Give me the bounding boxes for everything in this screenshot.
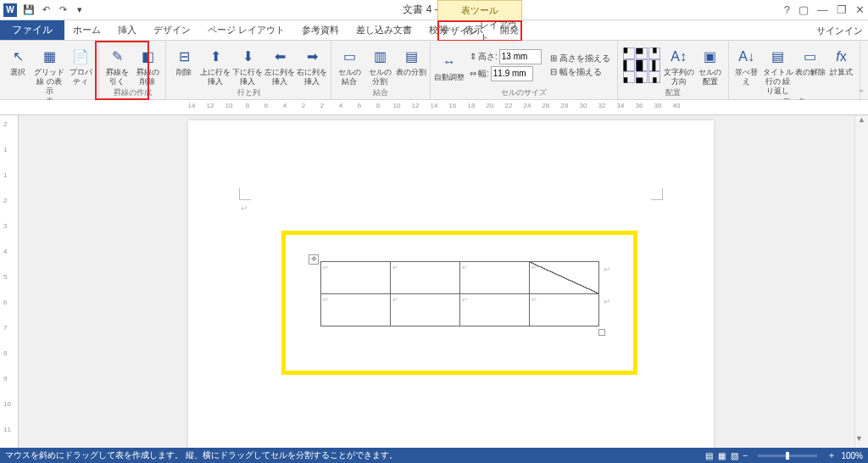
table-row: ↵↵↵↵ [321,262,599,294]
properties-icon: 📄 [70,46,91,66]
sort-button[interactable]: A↓並べ替え [732,42,761,96]
vertical-ruler[interactable]: 211234567891011 [0,115,19,448]
view-web-icon[interactable]: ▨ [731,451,738,460]
align-br-button[interactable]: ▗ [648,71,660,83]
row-height-input[interactable] [499,49,542,64]
pencil-icon: ✎ [107,46,127,66]
horizontal-ruler[interactable]: 1412108642246810121416182022242628303234… [0,100,868,115]
align-mr-button[interactable]: ▐ [648,59,660,71]
draw-border-button[interactable]: ✎罫線を 引く [103,42,131,87]
sign-in-link[interactable]: サインイン [816,20,863,41]
cursor-icon: ↖ [8,46,28,66]
tab-table-layout[interactable]: レイアウト [480,22,520,40]
text-direction-button[interactable]: A↕文字列の 方向 [664,42,694,87]
minimize-icon[interactable]: — [817,3,828,16]
align-bc-button[interactable]: ▄ [636,71,648,83]
zoom-out-button[interactable]: − [743,451,748,460]
document-table[interactable]: ↵↵↵↵ ↵↵↵↵ [320,261,599,326]
insert-right-button[interactable]: ➡右に列を 挿入 [297,42,327,87]
help-icon[interactable]: ? [784,3,790,16]
height-label: ⇕ [470,52,476,61]
align-tl-button[interactable]: ▘ [623,47,635,59]
insert-left-icon: ⬅ [270,46,290,66]
repeat-header-button[interactable]: ▤タイトル行の 繰り返し [763,42,793,96]
split-icon: ▥ [370,46,390,66]
tab-table-design[interactable]: デザイン [439,22,480,40]
undo-icon[interactable]: ↶ [37,2,54,19]
width-text: 幅: [478,68,489,80]
status-message: マウスを斜めにドラッグして表を作成します。 縦、横にドラッグしてセルを分割するこ… [5,449,398,461]
height-text: 高さ: [478,51,498,63]
text-direction-icon: A↕ [669,46,689,66]
close-icon[interactable]: ✕ [855,3,865,16]
align-mc-button[interactable]: █ [636,59,648,71]
tab-page-layout[interactable]: ページ レイアウト [199,20,293,40]
group-cell-size: ↔自動調整 ⇕高さ: ⇔幅: ⊞ 高さを揃える ⊟ 幅を揃える セルのサイズ [431,41,618,99]
eraser-icon: ◧ [137,46,158,66]
grid-icon: ▦ [39,46,59,66]
vertical-scrollbar[interactable]: ▲ ▼ [854,115,868,448]
autofit-icon: ↔ [439,51,459,71]
convert-icon: ▭ [800,46,821,66]
select-button[interactable]: ↖選択 [3,42,32,96]
tab-design[interactable]: デザイン [145,20,199,40]
scroll-up-icon[interactable]: ▲ [855,115,868,129]
margins-icon: ▣ [700,46,721,66]
zoom-slider[interactable] [758,455,817,457]
insert-above-button[interactable]: ⬆上に行を 挿入 [200,42,231,87]
collapse-ribbon-icon[interactable]: ⌃ [858,88,865,98]
col-width-input[interactable] [491,66,533,81]
split-table-button[interactable]: ▤表の分割 [396,42,426,87]
redo-icon[interactable]: ↷ [54,2,71,19]
view-read-icon[interactable]: ▤ [705,451,713,460]
margin-corner [651,188,663,200]
group-table: ↖選択 ▦グリッド線 の表示 📄プロパティ 表 [0,41,99,99]
quick-access-toolbar: W 💾 ↶ ↷ ▾ 文書 4 - Word ? ▢ — ❐ ✕ [0,0,868,20]
tab-file[interactable]: ファイル [0,20,64,40]
zoom-in-button[interactable]: ＋ [827,449,836,461]
ribbon-tabs: 表ツール ファイル ホーム 挿入 デザイン ページ レイアウト 参考資料 差し込… [0,20,868,41]
insert-below-icon: ⬇ [237,46,258,66]
cell-margins-button[interactable]: ▣セルの 配置 [696,42,725,87]
ribbon-display-icon[interactable]: ▢ [798,3,809,16]
table-move-handle[interactable]: ✥ [309,254,319,265]
align-bl-button[interactable]: ▖ [623,71,635,83]
insert-below-button[interactable]: ⬇下に行を 挿入 [232,42,263,87]
insert-left-button[interactable]: ⬅左に列を 挿入 [264,42,295,87]
paragraph-mark: ↵ [241,204,248,213]
group-merge: ▭セルの 結合 ▥セルの 分割 ▤表の分割 結合 [331,41,431,99]
align-tc-button[interactable]: ▀ [636,47,648,59]
group-label: 配置 [621,87,725,99]
formula-button[interactable]: fx計算式 [827,42,856,96]
view-gridlines-button[interactable]: ▦グリッド線 の表示 [34,42,64,96]
document-canvas[interactable]: ↵ ✥ ↵↵↵↵ ↵↵↵↵ ↵ ↵ ▲ ▼ [19,115,868,448]
margin-corner [239,188,251,200]
tab-insert[interactable]: 挿入 [109,20,145,40]
properties-button[interactable]: 📄プロパティ [66,42,95,96]
split-cells-button[interactable]: ▥セルの 分割 [365,42,394,87]
save-icon[interactable]: 💾 [20,2,37,19]
eraser-button[interactable]: ◧罫線の 削除 [133,42,162,87]
qat-more-icon[interactable]: ▾ [71,2,88,19]
distribute-cols-button[interactable]: ⊟ 幅を揃える [550,66,610,78]
align-ml-button[interactable]: ▌ [623,59,635,71]
tab-mailings[interactable]: 差し込み文書 [348,20,420,40]
tab-home[interactable]: ホーム [64,20,109,40]
restore-icon[interactable]: ❐ [837,3,847,16]
delete-button[interactable]: ⊟削除 [170,42,198,87]
sort-icon: A↓ [737,46,757,66]
tab-references[interactable]: 参考資料 [293,20,348,40]
merge-icon: ▭ [339,46,359,66]
scroll-down-icon[interactable]: ▼ [855,434,863,448]
convert-to-text-button[interactable]: ▭表の解除 [795,42,826,96]
align-tr-button[interactable]: ▝ [648,47,660,59]
group-label: セルのサイズ [434,87,614,99]
width-label: ⇔ [470,69,476,78]
zoom-level[interactable]: 100% [841,451,863,460]
distribute-rows-button[interactable]: ⊞ 高さを揃える [550,53,610,64]
table-resize-handle[interactable] [598,329,605,336]
view-print-icon[interactable]: ▦ [718,451,726,460]
autofit-button[interactable]: ↔自動調整 [434,47,465,82]
group-draw: ✎罫線を 引く ◧罫線の 削除 罫線の作成 [99,41,166,99]
merge-cells-button[interactable]: ▭セルの 結合 [335,42,364,87]
